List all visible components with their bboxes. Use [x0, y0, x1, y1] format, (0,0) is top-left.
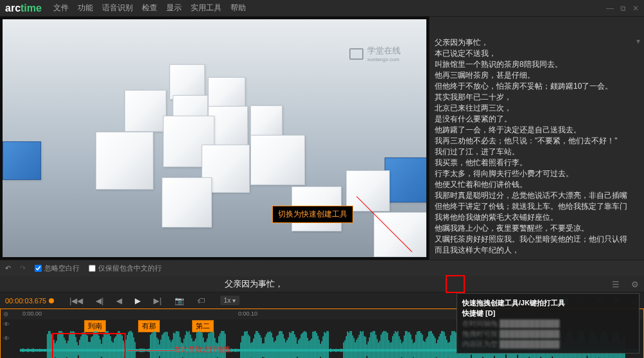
menu-check[interactable]: 检查 [142, 3, 157, 13]
menu-file[interactable]: 文件 [53, 3, 69, 13]
svg-rect-187 [258, 333, 259, 358]
speed-selector[interactable]: 1x ▾ [220, 296, 239, 305]
svg-rect-309 [415, 335, 417, 358]
svg-rect-240 [326, 331, 327, 358]
svg-rect-314 [422, 335, 423, 358]
svg-rect-5 [24, 349, 25, 351]
step-back-icon[interactable]: ◀| [96, 296, 103, 305]
redo-icon[interactable]: ↷ [20, 264, 26, 273]
svg-rect-276 [373, 331, 374, 358]
svg-rect-293 [395, 331, 396, 358]
script-line[interactable]: 我再三劝他不必去；他只说："不要紧，他们去不好！" [435, 136, 639, 147]
svg-rect-114 [164, 332, 166, 358]
script-line[interactable]: 他再三嘱咐茶房，甚是仔细。 [435, 70, 639, 81]
svg-rect-220 [300, 334, 302, 358]
script-line[interactable]: 父亲因为事忙， [435, 37, 639, 48]
svg-rect-185 [256, 331, 257, 358]
svg-rect-16 [38, 350, 39, 351]
play-icon[interactable]: ▶ [135, 296, 141, 305]
next-icon[interactable]: ▶| [153, 296, 161, 305]
svg-rect-225 [307, 338, 308, 358]
script-line[interactable]: 行李太多，得向脚夫行些小费才可过去。 [435, 168, 639, 179]
script-line[interactable]: 我们过了江，进了车站。 [435, 147, 639, 157]
svg-rect-197 [271, 333, 272, 358]
track-eye-icon[interactable]: 👁 [3, 321, 10, 328]
svg-rect-86 [128, 332, 130, 358]
svg-rect-258 [350, 331, 351, 358]
script-line[interactable]: 北京已来往过两三次， [435, 103, 639, 114]
svg-rect-328 [440, 334, 441, 358]
script-line[interactable]: 他便又忙着和他们讲价钱。 [435, 179, 639, 190]
svg-rect-303 [408, 332, 409, 358]
panel-menu-icon[interactable]: ▾ [636, 36, 640, 47]
svg-rect-206 [283, 334, 284, 358]
svg-rect-178 [247, 331, 248, 358]
script-line[interactable]: 而且我这样大年纪的人， [435, 245, 639, 256]
svg-rect-88 [131, 331, 132, 358]
svg-rect-249 [338, 349, 340, 352]
script-line[interactable]: 我将他给我做的紫毛大衣铺好座位。 [435, 212, 639, 223]
timecode: 00:00:03.675 [5, 297, 46, 305]
current-cue[interactable]: 父亲因为事忙， [225, 278, 283, 290]
svg-rect-268 [363, 331, 364, 358]
script-line[interactable]: 其实我那年已二十岁， [435, 92, 639, 103]
script-lines[interactable]: ▾ 父亲因为事忙，本已说定不送我，叫旅馆里一个熟识的茶房8陪我同去。他再三嘱咐茶… [430, 33, 644, 260]
svg-rect-177 [245, 332, 247, 358]
svg-rect-213 [292, 331, 293, 358]
svg-rect-184 [254, 334, 256, 358]
svg-rect-168 [234, 350, 235, 352]
prev-icon[interactable]: ◀ [116, 296, 122, 305]
svg-rect-315 [423, 341, 424, 358]
menu-speech[interactable]: 语音识别 [102, 3, 133, 13]
menu-help[interactable]: 帮助 [231, 3, 246, 13]
svg-rect-253 [344, 343, 345, 358]
close-icon[interactable]: ✕ [632, 4, 639, 13]
ignore-blank-checkbox[interactable]: 忽略空白行 [35, 264, 80, 273]
chinese-only-checkbox[interactable]: 仅保留包含中文的行 [89, 264, 162, 273]
cue-editor: 父亲因为事忙， ☰ ⚙ [0, 276, 644, 292]
script-line[interactable]: 我买票，他忙着照看行李。 [435, 157, 639, 168]
script-line[interactable]: 他嘱我路上小心，夜里要警醒些，不要受凉。 [435, 223, 639, 234]
svg-rect-291 [392, 336, 394, 358]
ruler-tick: 0:00.10 [238, 310, 257, 317]
script-line[interactable]: 但他终于不放心，怕茶房不妥帖；颇踌躇10了一会。 [435, 81, 639, 92]
svg-rect-319 [428, 332, 430, 358]
svg-rect-252 [342, 349, 344, 352]
script-line[interactable]: 叫旅馆里一个熟识的茶房8陪我同去。 [435, 59, 639, 70]
settings-icon[interactable]: ⚙ [631, 280, 639, 289]
svg-rect-205 [281, 331, 283, 358]
minimize-icon[interactable]: — [606, 4, 614, 13]
svg-rect-20 [43, 350, 44, 351]
svg-rect-6 [25, 350, 26, 351]
svg-rect-286 [386, 332, 387, 358]
svg-rect-281 [379, 341, 381, 358]
list-icon[interactable]: ☰ [612, 280, 620, 289]
script-line[interactable]: 他踌躇了一会，终于决定还是自己送我去。 [435, 125, 639, 136]
menu-display[interactable]: 显示 [166, 3, 182, 13]
script-line[interactable]: 又嘱托茶房好好照应我。我心里暗笑他的迂；他们只认得 [435, 234, 639, 245]
svg-rect-300 [404, 336, 405, 358]
script-line[interactable]: 是没有什么要紧的了。 [435, 114, 639, 125]
track-visibility-icon[interactable]: ⊕ [3, 310, 8, 318]
marker-icon[interactable]: 🏷 [197, 296, 205, 305]
svg-rect-271 [367, 345, 368, 356]
script-line[interactable]: 我那时真是聪明过分，总觉他说话不大漂亮，非自己插嘴 [435, 190, 639, 201]
maximize-icon[interactable]: ⧉ [620, 4, 626, 13]
svg-rect-256 [347, 332, 349, 358]
undo-icon[interactable]: ↶ [5, 264, 11, 273]
svg-rect-221 [302, 333, 303, 358]
menu-tools[interactable]: 实用工具 [191, 3, 222, 13]
track-eye-icon[interactable]: 👁 [3, 335, 10, 342]
camera-icon[interactable]: 📷 [175, 296, 184, 305]
svg-rect-198 [272, 337, 274, 358]
svg-rect-250 [340, 350, 341, 351]
script-line[interactable]: 但他终于讲定了价钱；就送我上车。他给我拣定了靠车门 [435, 201, 639, 212]
script-line[interactable]: 本已说定不送我， [435, 48, 639, 59]
rewind-start-icon[interactable]: |◀◀ [69, 296, 83, 305]
svg-rect-209 [286, 340, 288, 358]
svg-rect-175 [243, 336, 244, 358]
svg-rect-292 [394, 334, 395, 358]
menu-function[interactable]: 功能 [78, 3, 93, 13]
main-menu: 文件 功能 语音识别 检查 显示 实用工具 帮助 [53, 3, 246, 13]
svg-rect-231 [315, 331, 316, 358]
